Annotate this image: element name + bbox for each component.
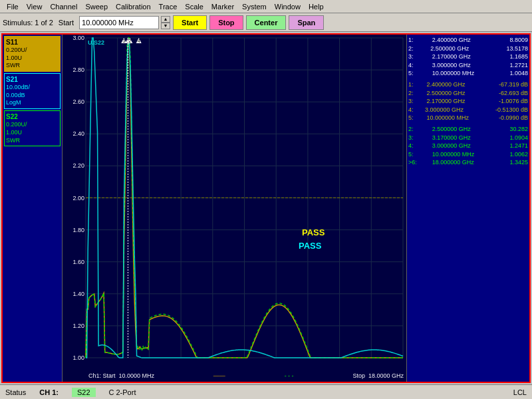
ms22-5-num: 5: — [408, 150, 418, 159]
marker-row-2: 2: 2.500000 GHz 13.5178 — [408, 45, 528, 53]
stimulus-label: Stimulus: 1 of 2 — [3, 19, 53, 27]
menu-scale[interactable]: Scale — [181, 2, 207, 11]
status-ch-value: S22 — [72, 388, 96, 397]
ms22-5-freq: 10.000000 MHz — [432, 150, 495, 159]
marker-s22-row-4: 4: 3.000000 GHz 1.2471 — [408, 142, 528, 150]
main-content: S11 0.200U/ 1.00U SWR S21 10.00dB/ 0.00d… — [0, 32, 532, 384]
menu-channel[interactable]: Channel — [46, 2, 81, 11]
trace-s21-ref: 0.00dB — [6, 92, 59, 100]
trace-legend-s22: - - - — [285, 372, 294, 379]
ms22-4-freq: 3.000000 GHz — [432, 142, 495, 150]
m2-val: 13.5178 — [506, 45, 528, 53]
menu-trace[interactable]: Trace — [155, 2, 182, 11]
ms21-1-num: 1: — [408, 80, 418, 89]
ms22-2-freq: 2.500000 GHz — [432, 125, 495, 134]
ms21-4-num: 4: — [408, 106, 418, 114]
marker-row-4: 4: 3.000000 GHz 1.2721 — [408, 61, 528, 70]
marker-row-1: 1: 2.400000 GHz 8.8009 — [408, 36, 528, 45]
m3-num: 3: — [408, 53, 418, 61]
center-button[interactable]: Center — [246, 15, 287, 30]
marker-s21-row-3: 3: 2.170000 GHz -1.0076 dB — [408, 97, 528, 106]
spinner-down[interactable]: ▼ — [161, 23, 170, 29]
ms21-4-val: -0.51300 dB — [495, 106, 528, 114]
bottom-start-label: Ch1: Start 10.0000 MHz — [88, 372, 154, 379]
start-frequency-input[interactable] — [79, 16, 159, 29]
menu-window[interactable]: Window — [271, 2, 305, 11]
bottom-stop-label: Stop 18.0000 GHz — [352, 372, 404, 379]
status-lcl: LCL — [513, 388, 527, 396]
ms22-3-num: 3: — [408, 134, 418, 142]
trace-s11-format: SWR — [6, 62, 59, 70]
trace-panel: S11 0.200U/ 1.00U SWR S21 10.00dB/ 0.00d… — [3, 35, 63, 382]
m1-freq: 2.400000 GHz — [432, 36, 495, 45]
ms21-3-val: -1.0076 dB — [499, 97, 528, 106]
trace-s11[interactable]: S11 0.200U/ 1.00U SWR — [4, 36, 61, 72]
m5-freq: 10.000000 MHz — [432, 69, 495, 78]
marker-s21-row-4: 4: 3.000000 GHz -0.51300 dB — [408, 106, 528, 114]
marker-section-s22: 2: 2.500000 GHz 30.282 3: 3.170000 GHz 1… — [408, 125, 528, 167]
m3-freq: 2.170000 GHz — [432, 53, 495, 61]
trace-s22-label: S22 — [6, 112, 59, 121]
m5-num: 5: — [408, 69, 418, 78]
ms22-6-freq: 18.000000 GHz — [432, 158, 495, 167]
m4-val: 1.2721 — [509, 61, 528, 70]
ms21-5-val: -0.0990 dB — [499, 114, 528, 122]
pass-badge-2: PASS — [299, 241, 321, 251]
stop-button[interactable]: Stop — [209, 15, 243, 30]
trace-s21-label: S21 — [6, 75, 59, 84]
m2-num: 2: — [408, 45, 418, 53]
menubar: File View Channel Sweep Calibration Trac… — [0, 0, 532, 13]
marker-s21-row-2: 2: 2.500000 GHz -62.693 dB — [408, 89, 528, 98]
menu-view[interactable]: View — [23, 2, 47, 11]
menu-file[interactable]: File — [3, 2, 23, 11]
ms22-4-num: 4: — [408, 142, 418, 150]
span-button[interactable]: Span — [289, 15, 324, 30]
ms22-4-val: 1.2471 — [509, 142, 528, 150]
ms22-5-val: 1.0062 — [509, 150, 528, 159]
m4-freq: 3.000000 GHz — [432, 61, 495, 70]
menu-system[interactable]: System — [238, 2, 271, 11]
ms22-3-val: 1.0904 — [509, 134, 528, 142]
trace-s11-ref: 1.00U — [6, 55, 59, 63]
ms22-6-val: 1.3425 — [509, 158, 528, 167]
chart-container: S11 0.200U/ 1.00U SWR S21 10.00dB/ 0.00d… — [1, 33, 531, 383]
spinner-up[interactable]: ▲ — [161, 16, 170, 23]
toolbar: Stimulus: 1 of 2 Start ▲ ▼ Start Stop Ce… — [0, 13, 532, 32]
ms21-2-freq: 2.500000 GHz — [426, 89, 489, 98]
status-ch-label: CH 1: — [39, 388, 59, 396]
menu-marker[interactable]: Marker — [207, 2, 238, 11]
trace-legend: —— — [213, 372, 225, 379]
marker-section-s21: 1: 2.400000 GHz -67.319 dB 2: 2.500000 G… — [408, 80, 528, 122]
marker-s22-row-3: 3: 3.170000 GHz 1.0904 — [408, 134, 528, 142]
ms21-1-val: -67.319 dB — [499, 80, 528, 89]
pass-badge-1: PASS — [302, 227, 325, 237]
ms22-2-val: 30.282 — [509, 125, 528, 134]
marker-s22-row-5: 5: 10.000000 MHz 1.0062 — [408, 150, 528, 159]
ms21-5-num: 5: — [408, 114, 418, 122]
bottom-axis-bar: Ch1: Start 10.0000 MHz —— - - - Stop 18.… — [86, 370, 406, 382]
status-mode: C 2-Port — [109, 388, 136, 396]
m2-freq: 2.500000 GHz — [430, 45, 493, 53]
trace-s21-scale: 10.00dB/ — [6, 84, 59, 92]
menu-calibration[interactable]: Calibration — [112, 2, 155, 11]
marker-s22-row-2: 2: 2.500000 GHz 30.282 — [408, 125, 528, 134]
marker-s21-row-1: 1: 2.400000 GHz -67.319 dB — [408, 80, 528, 89]
status-label: Status — [5, 388, 26, 396]
start-button[interactable]: Start — [173, 15, 207, 30]
trace-s22[interactable]: S22 0.200U/ 1.00U SWR — [4, 110, 61, 146]
menu-sweep[interactable]: Sweep — [81, 2, 112, 11]
trace-s21[interactable]: S21 10.00dB/ 0.00dB LogM — [4, 73, 61, 109]
marker-row-5: 5: 10.000000 MHz 1.0048 — [408, 69, 528, 78]
m1-val: 8.8009 — [509, 36, 528, 45]
trace-s22-ref: 1.00U — [6, 129, 59, 137]
menu-help[interactable]: Help — [305, 2, 328, 11]
ms22-6-num: >6: — [408, 158, 418, 167]
ms21-1-freq: 2.400000 GHz — [426, 80, 489, 89]
frequency-spinner[interactable]: ▲ ▼ — [161, 16, 170, 29]
ms22-2-num: 2: — [408, 125, 418, 134]
ms21-3-freq: 2.170000 GHz — [426, 97, 489, 106]
marker-section-s11: 1: 2.400000 GHz 8.8009 2: 2.500000 GHz 1… — [408, 36, 528, 78]
trace-s22-format: SWR — [6, 137, 59, 145]
trace-s22-scale: 0.200U/ — [6, 121, 59, 129]
m4-num: 4: — [408, 61, 418, 70]
